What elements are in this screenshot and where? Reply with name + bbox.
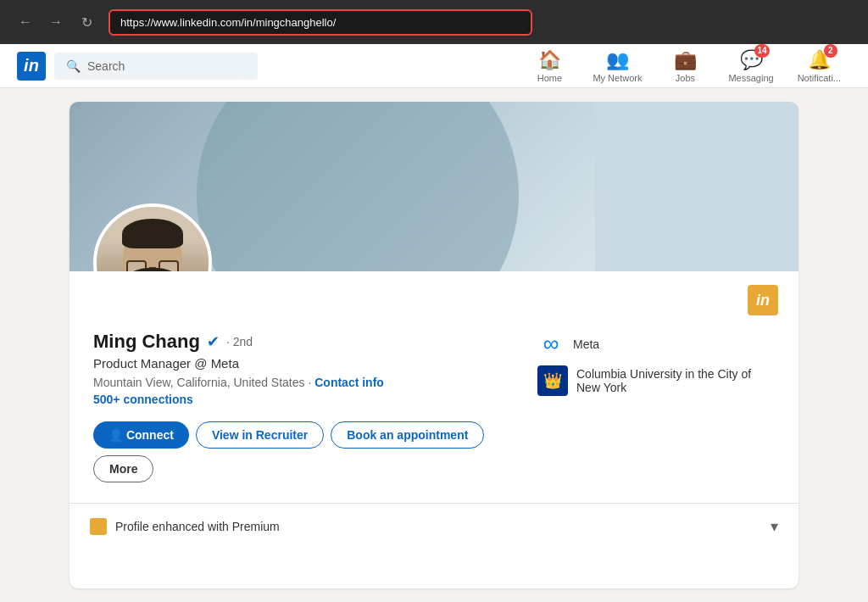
nav-items: 🏠 Home 👥 My Network 💼 Jobs 💬 14 Messagin… — [520, 46, 851, 86]
premium-text: Profile enhanced with Premium — [115, 520, 280, 533]
avatar-container — [93, 203, 212, 271]
forward-button[interactable]: → — [44, 10, 68, 34]
meta-icon: ∞ — [537, 331, 565, 357]
connect-icon: 👤 — [108, 428, 123, 442]
premium-icon — [90, 518, 107, 535]
nav-item-home[interactable]: 🏠 Home — [520, 46, 579, 86]
avatar-hair — [122, 219, 183, 248]
cover-right-panel — [595, 102, 798, 271]
more-button[interactable]: More — [93, 455, 153, 482]
nav-item-my-network[interactable]: 👥 My Network — [582, 46, 652, 86]
network-icon: 👥 — [606, 49, 629, 71]
columbia-logo-icon: 👑 — [543, 371, 562, 390]
company-meta-row: ∞ Meta — [537, 331, 775, 357]
home-label: Home — [537, 73, 562, 83]
nav-item-jobs[interactable]: 💼 Jobs — [655, 46, 715, 86]
profile-left: Ming Chang ✔ · 2nd Product Manager @ Met… — [93, 331, 504, 482]
linkedin-logo: in — [17, 52, 46, 81]
browser-navigation: ← → ↻ — [14, 10, 98, 34]
profile-main: Ming Chang ✔ · 2nd Product Manager @ Met… — [93, 331, 775, 482]
name-row: Ming Chang ✔ · 2nd — [93, 331, 504, 353]
profile-card: in Ming Chang ✔ · 2nd Product Manager @ … — [70, 102, 798, 588]
search-icon: 🔍 — [66, 59, 81, 73]
columbia-name: Columbia University in the City of New Y… — [576, 367, 775, 394]
location-text: Mountain View, California, United States — [93, 376, 305, 389]
contact-info-link[interactable]: Contact info — [314, 376, 384, 389]
profile-name: Ming Chang — [93, 331, 200, 353]
jobs-label: Jobs — [676, 73, 695, 83]
avatar-person — [97, 207, 209, 271]
avatar — [93, 203, 212, 271]
nav-item-notifications[interactable]: 🔔 2 Notificati... — [787, 46, 851, 86]
jobs-icon: 💼 — [674, 49, 697, 71]
book-appointment-button[interactable]: Book an appointment — [331, 421, 484, 449]
search-bar[interactable]: 🔍 Search — [54, 53, 258, 80]
network-label: My Network — [593, 73, 642, 83]
messaging-label: Messaging — [728, 73, 773, 83]
linkedin-premium-badge: in — [748, 285, 778, 315]
nav-item-messaging[interactable]: 💬 14 Messaging — [718, 46, 783, 86]
premium-banner-left: Profile enhanced with Premium — [90, 518, 280, 535]
messaging-badge: 14 — [754, 44, 769, 58]
connect-label: Connect — [126, 428, 174, 442]
notifications-label: Notificati... — [798, 73, 841, 83]
cover-circle-decoration — [197, 102, 519, 271]
url-text: https://www.linkedin.com/in/mingchanghel… — [120, 16, 336, 29]
main-content: in Ming Chang ✔ · 2nd Product Manager @ … — [0, 88, 868, 602]
view-recruiter-button[interactable]: View in Recruiter — [196, 421, 324, 449]
verified-icon: ✔ — [207, 332, 220, 351]
connection-degree: · 2nd — [226, 335, 253, 348]
premium-banner[interactable]: Profile enhanced with Premium ▾ — [70, 503, 798, 549]
connect-button[interactable]: 👤 Connect — [93, 421, 189, 449]
refresh-button[interactable]: ↻ — [75, 10, 98, 34]
cover-photo — [70, 102, 798, 271]
linkedin-navbar: in 🔍 Search 🏠 Home 👥 My Network 💼 Jobs 💬… — [0, 44, 868, 88]
company-columbia-row: 👑 Columbia University in the City of New… — [537, 365, 775, 396]
browser-bar: ← → ↻ https://www.linkedin.com/in/mingch… — [0, 0, 868, 44]
back-button[interactable]: ← — [14, 10, 37, 34]
linkedin-badge-icon: in — [756, 292, 770, 309]
profile-right: ∞ Meta 👑 Columbia University in the City… — [537, 331, 775, 482]
action-buttons: 👤 Connect View in Recruiter Book an appo… — [93, 421, 504, 482]
address-bar[interactable]: https://www.linkedin.com/in/mingchanghel… — [108, 9, 532, 36]
notifications-badge: 2 — [824, 44, 837, 58]
search-placeholder: Search — [87, 59, 125, 73]
connections-count[interactable]: 500+ connections — [93, 393, 504, 406]
home-icon: 🏠 — [538, 49, 561, 71]
meta-name: Meta — [573, 337, 599, 351]
profile-headline: Product Manager @ Meta — [93, 356, 504, 371]
profile-location: Mountain View, California, United States… — [93, 376, 504, 389]
chevron-down-icon: ▾ — [771, 517, 778, 536]
columbia-logo: 👑 — [537, 365, 568, 396]
profile-body: in Ming Chang ✔ · 2nd Product Manager @ … — [70, 271, 798, 499]
